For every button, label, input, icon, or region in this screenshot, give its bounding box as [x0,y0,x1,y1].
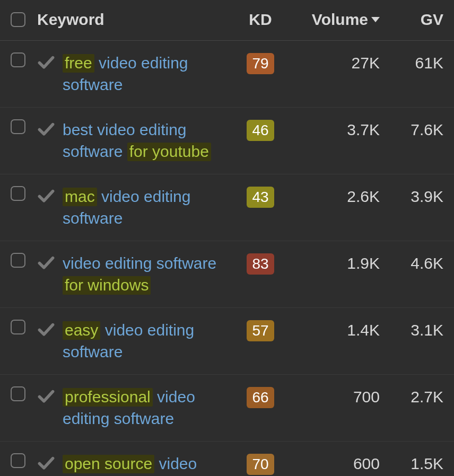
row-status-cell [37,386,63,403]
kd-badge: 66 [247,387,274,408]
sort-desc-icon [371,17,380,22]
gv-cell: 61K [380,52,443,72]
kd-cell: 70 [237,453,284,475]
checkmark-icon[interactable] [37,455,63,470]
keyword-highlight: open source [63,455,154,473]
table-row: free video editing software7927K61K [0,41,454,108]
row-select-checkbox[interactable] [11,386,25,401]
keyword-highlight: for windows [63,276,151,295]
row-checkbox-cell [11,52,37,67]
row-checkbox-cell [11,186,37,201]
keyword-highlight: easy [63,321,100,340]
kd-cell: 66 [237,386,284,408]
column-header-volume[interactable]: Volume [284,11,380,29]
row-checkbox-cell [11,253,37,268]
keyword-link[interactable]: easy video editing software [63,320,237,363]
keyword-text: video editing software [63,254,216,272]
keyword-link[interactable]: free video editing software [63,52,237,95]
table-header-row: Keyword KD Volume GV [0,0,454,41]
gv-cell: 1.5K [380,453,443,473]
table-row: easy video editing software571.4K3.1K [0,308,454,375]
volume-cell: 2.6K [284,186,380,206]
row-checkbox-cell [11,119,37,134]
keyword-highlight: mac [63,188,97,206]
table-row: best video editing software for youtube4… [0,108,454,174]
kd-cell: 57 [237,320,284,341]
row-select-checkbox[interactable] [11,320,25,334]
kd-cell: 79 [237,52,284,74]
row-select-checkbox[interactable] [11,253,25,268]
keyword-link[interactable]: best video editing software for youtube [63,119,237,162]
row-select-checkbox[interactable] [11,453,25,468]
kd-badge: 83 [247,253,274,275]
kd-badge: 70 [247,454,274,475]
keyword-highlight: for youtube [127,143,211,161]
keyword-highlight: professional [63,388,153,407]
row-status-cell [37,453,63,470]
row-select-checkbox[interactable] [11,52,25,67]
gv-cell: 3.9K [380,186,443,206]
checkmark-icon[interactable] [37,55,63,69]
row-select-checkbox[interactable] [11,119,25,134]
kd-cell: 43 [237,186,284,208]
volume-cell: 27K [284,52,380,72]
row-status-cell [37,119,63,136]
kd-badge: 43 [247,187,274,208]
column-header-gv[interactable]: GV [380,11,443,29]
checkmark-icon[interactable] [37,322,63,337]
row-status-cell [37,186,63,203]
table-row: professional video editing software66700… [0,375,454,442]
gv-cell: 2.7K [380,386,443,406]
header-checkbox-cell [11,12,37,27]
keyword-link[interactable]: video editing software for windows [63,253,237,296]
keyword-link[interactable]: mac video editing software [63,186,237,229]
row-checkbox-cell [11,453,37,468]
row-status-cell [37,52,63,69]
keyword-link[interactable]: professional video editing software [63,386,237,429]
table-body: free video editing software7927K61Kbest … [0,41,454,476]
checkmark-icon[interactable] [37,121,63,136]
kd-badge: 46 [247,120,274,141]
keyword-link[interactable]: open source video editing software [63,453,237,476]
row-status-cell [37,320,63,337]
row-status-cell [37,253,63,270]
column-header-kd[interactable]: KD [237,11,284,29]
select-all-checkbox[interactable] [11,12,25,27]
volume-cell: 700 [284,386,380,406]
gv-cell: 7.6K [380,119,443,139]
row-checkbox-cell [11,386,37,401]
column-header-keyword[interactable]: Keyword [37,11,237,29]
checkmark-icon[interactable] [37,188,63,203]
keyword-highlight: free [63,54,94,73]
table-row: video editing software for windows831.9K… [0,241,454,308]
gv-cell: 4.6K [380,253,443,272]
volume-cell: 3.7K [284,119,380,139]
row-select-checkbox[interactable] [11,186,25,201]
table-row: open source video editing software706001… [0,442,454,476]
checkmark-icon[interactable] [37,389,63,403]
keywords-table: Keyword KD Volume GV free video editing … [0,0,454,476]
row-checkbox-cell [11,320,37,334]
kd-cell: 83 [237,253,284,275]
kd-cell: 46 [237,119,284,141]
table-row: mac video editing software432.6K3.9K [0,174,454,241]
volume-cell: 1.9K [284,253,380,272]
volume-cell: 600 [284,453,380,473]
gv-cell: 3.1K [380,320,443,339]
column-header-volume-label: Volume [312,11,368,29]
kd-badge: 79 [247,53,274,74]
volume-cell: 1.4K [284,320,380,339]
checkmark-icon[interactable] [37,255,63,270]
kd-badge: 57 [247,320,274,341]
